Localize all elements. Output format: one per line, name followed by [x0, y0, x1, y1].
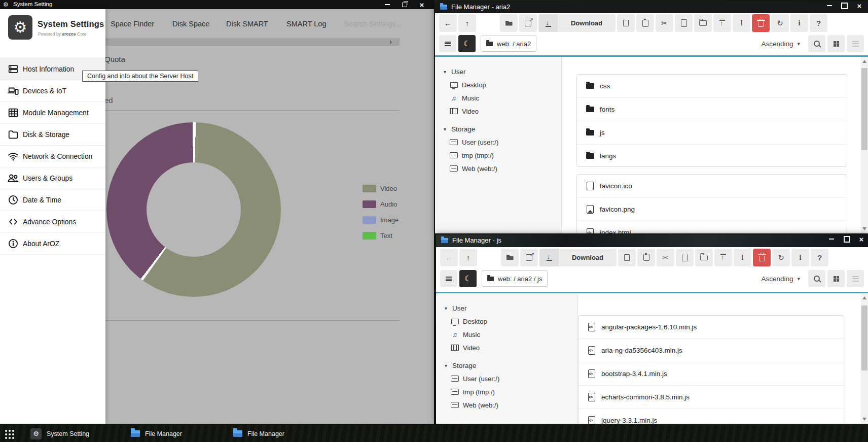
tab-disk-smart[interactable]: Disk SMART [226, 9, 268, 39]
scroll-down-icon[interactable] [862, 418, 866, 421]
vertical-scrollbar[interactable] [861, 293, 868, 424]
menu-button[interactable] [440, 270, 457, 287]
tree-item-desktop[interactable]: Desktop [435, 78, 561, 91]
sidebar-item-network-connection[interactable]: Network & Connection [0, 146, 105, 167]
open-folder-button[interactable] [500, 14, 518, 32]
open-external-button[interactable] [519, 14, 537, 32]
menu-button[interactable] [439, 35, 456, 52]
refresh-button[interactable]: ↻ [771, 14, 789, 32]
tab-disk-space[interactable]: Disk Space [172, 9, 209, 39]
rename-button[interactable]: I [733, 14, 750, 32]
sidebar-item-date-time[interactable]: Date & Time [0, 189, 105, 211]
taskbar-item-file-manager-1[interactable]: File Manager [131, 425, 182, 442]
tree-item-video[interactable]: Video [436, 341, 577, 354]
new-folder-button[interactable] [695, 249, 713, 266]
maximize-button[interactable] [841, 234, 852, 244]
chevron-down-icon[interactable]: ▾ [797, 276, 800, 282]
minimize-button[interactable] [382, 0, 393, 9]
taskbar-item-file-manager-2[interactable]: File Manager [233, 425, 284, 442]
breadcrumb[interactable]: web: / aria2 / js [482, 270, 548, 287]
legend-item-audio[interactable]: Audio [363, 196, 399, 212]
sidebar-item-users-groups[interactable]: Users & Groups [0, 167, 105, 189]
tree-item-music[interactable]: ♫Music [435, 91, 561, 105]
app-launcher-icon[interactable] [5, 430, 14, 439]
chevron-down-icon[interactable]: ▾ [797, 41, 800, 47]
search-button[interactable] [808, 35, 825, 52]
horizontal-scrollbar[interactable] [105, 39, 400, 46]
tree-item-video[interactable]: Video [435, 105, 561, 118]
taskbar-item-system-setting-0[interactable]: ⚙System Setting [30, 425, 89, 442]
up-button[interactable]: ↑ [459, 249, 477, 266]
tree-item-desktop[interactable]: Desktop [436, 315, 577, 328]
legend-item-video[interactable]: Video [363, 181, 399, 196]
file-row-echarts-common-3-8-5-min-js[interactable]: echarts-common-3.8.5.min.js [578, 385, 844, 409]
back-button[interactable]: ← [440, 249, 458, 266]
restore-button[interactable] [399, 0, 410, 9]
file-row-favicon-ico[interactable]: favicon.ico [577, 175, 847, 197]
minimize-button[interactable] [824, 1, 835, 10]
paste-button[interactable] [636, 14, 654, 32]
folder-row-langs[interactable]: langs [577, 144, 847, 167]
tree-item-web-web[interactable]: Web (web:/) [435, 162, 561, 175]
sidebar-item-module-management[interactable]: Module Management [0, 102, 105, 124]
maximize-button[interactable] [839, 1, 850, 10]
sidebar-item-advance-options[interactable]: Advance Options [0, 211, 105, 233]
chevron-right-icon[interactable]: › [389, 38, 392, 46]
folder-row-js[interactable]: js [577, 121, 847, 144]
tree-item-user-user[interactable]: User (user:/) [436, 372, 577, 385]
new-file-button[interactable] [675, 14, 693, 32]
download-button[interactable]: Download [539, 249, 617, 266]
close-button[interactable]: × [856, 234, 867, 244]
tree-item-user-user[interactable]: User (user:/) [435, 135, 561, 149]
tree-section-user[interactable]: ▾User [435, 65, 561, 78]
tab-space-finder[interactable]: Space Finder [111, 9, 154, 39]
settings-search-input[interactable]: Search Settings... [344, 9, 402, 39]
scrollbar-thumb[interactable] [861, 305, 867, 370]
close-button[interactable]: × [416, 0, 427, 9]
download-button[interactable]: Download [538, 14, 616, 32]
delete-button[interactable] [753, 249, 771, 266]
grid-view-button[interactable] [827, 270, 845, 287]
dark-mode-button[interactable]: ☾ [458, 35, 476, 52]
upload-button[interactable] [714, 249, 732, 266]
back-button[interactable]: ← [439, 14, 457, 32]
cut-button[interactable]: ✂ [656, 14, 673, 32]
list-view-button[interactable] [847, 270, 864, 287]
file-row-jquery-3-3-1-min-js[interactable]: jquery-3.3.1.min.js [578, 409, 844, 424]
search-button[interactable] [808, 270, 825, 287]
close-button[interactable]: × [854, 1, 865, 10]
sidebar-item-devices-iot[interactable]: Devices & IoT [0, 80, 105, 102]
delete-button[interactable] [752, 14, 770, 32]
tree-item-music[interactable]: ♫Music [436, 328, 577, 341]
file-row-angular-packages-1-6-10-min-js[interactable]: angular-packages-1.6.10.min.js [578, 316, 844, 338]
vertical-scrollbar[interactable] [861, 57, 868, 233]
folder-row-css[interactable]: css [577, 75, 847, 97]
file-row-index-html[interactable]: index.html [577, 221, 847, 233]
open-folder-button[interactable] [501, 249, 519, 266]
tree-section-user[interactable]: ▾User [436, 301, 577, 315]
info-button[interactable]: i [790, 14, 808, 32]
tree-section-storage[interactable]: ▾Storage [435, 122, 561, 135]
grid-view-button[interactable] [827, 35, 845, 52]
file-row-aria-ng-da5356c403-min-js[interactable]: aria-ng-da5356c403.min.js [578, 338, 844, 362]
minimize-button[interactable] [826, 234, 837, 244]
dark-mode-button[interactable]: ☾ [459, 270, 477, 287]
rename-button[interactable]: I [734, 249, 751, 266]
tree-item-tmp-tmp[interactable]: tmp (tmp:/) [436, 385, 577, 398]
sidebar-item-about-aroz[interactable]: About ArOZ [0, 233, 105, 255]
tab-smart-log[interactable]: SMART Log [286, 9, 326, 39]
sort-order-dropdown[interactable]: Ascending [761, 275, 793, 283]
new-folder-button[interactable] [694, 14, 712, 32]
sort-order-dropdown[interactable]: Ascending [761, 40, 793, 48]
legend-item-image[interactable]: Image [363, 212, 399, 228]
folder-row-fonts[interactable]: fonts [577, 97, 847, 121]
file-row-bootstrap-3-4-1-min-js[interactable]: bootstrap-3.4.1.min.js [578, 362, 844, 385]
paste-button[interactable] [637, 249, 655, 266]
legend-item-text[interactable]: Text [363, 228, 399, 244]
copy-button[interactable] [617, 14, 635, 32]
file-row-favicon-png[interactable]: favicon.png [577, 197, 847, 221]
upload-button[interactable] [713, 14, 731, 32]
scroll-down-icon[interactable] [862, 227, 866, 230]
tree-item-web-web[interactable]: Web (web:/) [436, 398, 577, 412]
list-view-button[interactable] [847, 35, 864, 52]
